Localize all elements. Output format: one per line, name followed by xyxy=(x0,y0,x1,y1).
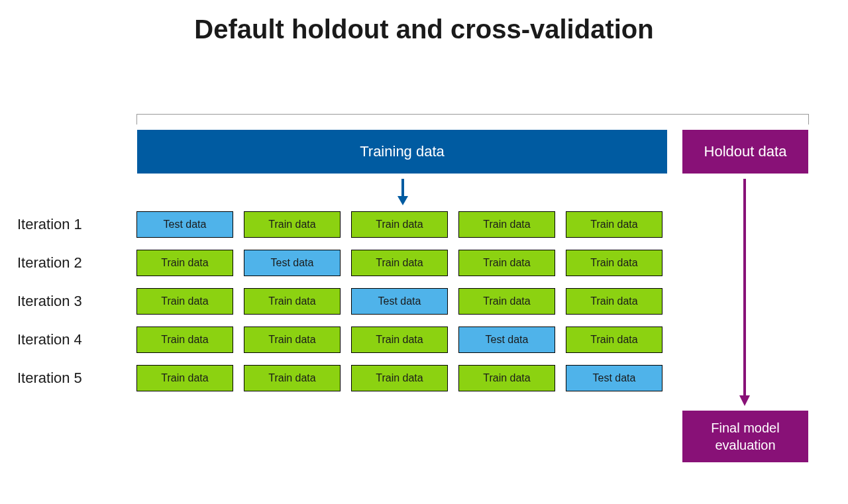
iteration-row: Iteration 5 Train data Train data Train … xyxy=(17,364,666,392)
fold-cell: Train data xyxy=(458,211,555,238)
holdout-data-bar: Holdout data xyxy=(682,130,808,174)
iteration-label: Iteration 1 xyxy=(17,216,136,233)
fold-cell: Train data xyxy=(136,288,233,315)
iteration-label: Iteration 3 xyxy=(17,293,136,310)
training-data-bar: Training data xyxy=(137,130,667,174)
fold-cell: Test data xyxy=(458,327,555,353)
fold-cell: Train data xyxy=(458,365,555,391)
fold-cell: Test data xyxy=(136,211,233,238)
fold-cell: Train data xyxy=(351,211,448,238)
iteration-row: Iteration 2 Train data Test data Train d… xyxy=(17,249,666,277)
fold-cell: Train data xyxy=(351,250,448,276)
svg-marker-3 xyxy=(739,395,750,406)
iteration-row: Iteration 1 Test data Train data Train d… xyxy=(17,211,666,238)
arrow-down-purple-icon xyxy=(738,177,751,406)
iteration-label: Iteration 4 xyxy=(17,331,136,348)
fold-cell: Train data xyxy=(244,327,341,353)
diagram-title: Default holdout and cross-validation xyxy=(0,15,848,44)
fold-cell: Train data xyxy=(566,250,662,276)
data-bracket xyxy=(136,114,809,125)
fold-cell: Train data xyxy=(244,288,341,315)
iteration-label: Iteration 2 xyxy=(17,254,136,272)
fold-cell: Test data xyxy=(244,250,341,276)
fold-cell: Test data xyxy=(351,288,448,315)
iteration-label: Iteration 5 xyxy=(17,370,136,387)
arrow-down-blue-icon xyxy=(396,177,409,205)
final-evaluation-box: Final model evaluation xyxy=(682,411,808,462)
fold-cell: Train data xyxy=(244,365,341,391)
fold-cell: Train data xyxy=(566,327,662,353)
fold-cell: Train data xyxy=(351,327,448,353)
fold-cell: Train data xyxy=(351,365,448,391)
fold-cell: Train data xyxy=(136,327,233,353)
iteration-row: Iteration 3 Train data Train data Test d… xyxy=(17,287,666,315)
fold-cell: Train data xyxy=(458,288,555,315)
fold-cell: Train data xyxy=(136,365,233,391)
iterations-grid: Iteration 1 Test data Train data Train d… xyxy=(17,211,666,403)
svg-marker-1 xyxy=(398,196,408,205)
iteration-row: Iteration 4 Train data Train data Train … xyxy=(17,326,666,354)
fold-cell: Train data xyxy=(458,250,555,276)
fold-cell: Train data xyxy=(566,211,662,238)
fold-cell: Train data xyxy=(244,211,341,238)
fold-cell: Train data xyxy=(136,250,233,276)
fold-cell: Test data xyxy=(566,365,662,391)
fold-cell: Train data xyxy=(566,288,662,315)
